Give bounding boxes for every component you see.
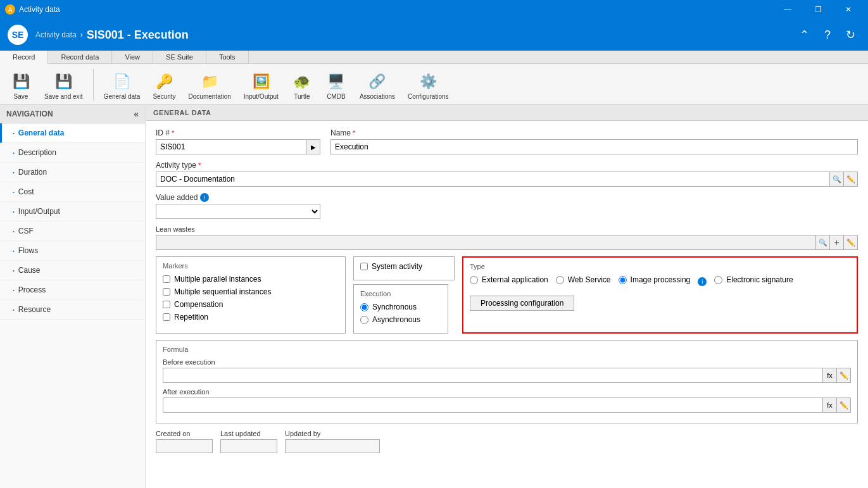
sidebar-item-duration[interactable]: • Duration bbox=[0, 163, 145, 182]
system-activity-label: System activity bbox=[372, 262, 422, 271]
last-updated-label: Last updated bbox=[220, 430, 277, 437]
value-added-info-icon[interactable]: i bbox=[200, 193, 209, 202]
asynchronous-radio[interactable] bbox=[360, 316, 368, 324]
image-processing-label: Image processing bbox=[631, 275, 691, 284]
sidebar-label-process: Process bbox=[18, 285, 46, 294]
id-arrow-button[interactable]: ▶ bbox=[306, 139, 320, 154]
activity-type-label: Activity type * bbox=[156, 161, 858, 170]
lean-wastes-search-button[interactable]: 🔍 bbox=[815, 235, 829, 249]
external-app-radio[interactable] bbox=[470, 276, 478, 284]
checkbox-row-multiple-parallel: Multiple parallel instances bbox=[163, 275, 339, 284]
before-execution-fx-button[interactable]: fx bbox=[822, 368, 836, 382]
title-bar-controls: — ❐ ✕ bbox=[773, 0, 863, 19]
minimize-button[interactable]: — bbox=[773, 0, 802, 19]
sidebar-item-resource[interactable]: • Resource bbox=[0, 300, 145, 320]
id-input[interactable] bbox=[156, 139, 306, 154]
security-icon: 🔑 bbox=[154, 72, 175, 92]
ribbon-content: 💾 Save 💾 Save and exit 📄 General data 🔑 … bbox=[0, 64, 868, 104]
sidebar-item-cost[interactable]: • Cost bbox=[0, 182, 145, 202]
lean-wastes-input[interactable] bbox=[156, 235, 815, 249]
after-execution-edit-button[interactable]: ✏️ bbox=[836, 398, 850, 412]
before-execution-row: Before execution fx ✏️ bbox=[163, 358, 851, 383]
sidebar-item-description[interactable]: • Description bbox=[0, 143, 145, 163]
configurations-label: Configurations bbox=[408, 93, 448, 101]
type-section: Type External application Web Service bbox=[462, 256, 858, 334]
after-execution-input[interactable] bbox=[163, 398, 822, 412]
save-exit-button[interactable]: 💾 Save and exit bbox=[39, 69, 88, 103]
system-activity-section: System activity bbox=[353, 256, 455, 280]
turtle-button[interactable]: 🐢 Turtle bbox=[286, 69, 318, 103]
tab-record-data[interactable]: Record data bbox=[48, 51, 112, 63]
sidebar-item-process[interactable]: • Process bbox=[0, 280, 145, 300]
sidebar-item-general-data[interactable]: • General data bbox=[0, 123, 145, 143]
compensation-checkbox[interactable] bbox=[163, 301, 170, 308]
maximize-button[interactable]: ❐ bbox=[803, 0, 833, 19]
sidebar-label-resource: Resource bbox=[18, 305, 51, 314]
help-button[interactable]: ? bbox=[819, 25, 836, 44]
web-service-label: Web Service bbox=[568, 275, 611, 284]
created-on-field: Created on bbox=[156, 430, 213, 453]
breadcrumb-root[interactable]: Activity data bbox=[35, 30, 77, 39]
refresh-button[interactable]: ↻ bbox=[841, 25, 860, 44]
multiple-parallel-checkbox[interactable] bbox=[163, 275, 170, 283]
name-input[interactable] bbox=[330, 139, 858, 154]
activity-type-search-button[interactable]: 🔍 bbox=[829, 172, 843, 186]
sidebar-item-input-output[interactable]: • Input/Output bbox=[0, 202, 145, 222]
associations-button[interactable]: 🔗 Associations bbox=[355, 69, 400, 103]
tab-tools[interactable]: Tools bbox=[206, 51, 249, 63]
up-button[interactable]: ⌃ bbox=[795, 25, 814, 44]
system-execution-wrapper: System activity Execution Synchronous As… bbox=[353, 256, 455, 334]
lean-wastes-edit-button[interactable]: ✏️ bbox=[843, 235, 857, 249]
sidebar-item-cause[interactable]: • Cause bbox=[0, 261, 145, 280]
lean-wastes-add-button[interactable]: + bbox=[829, 235, 843, 249]
security-button[interactable]: 🔑 Security bbox=[148, 69, 180, 103]
sidebar-collapse-button[interactable]: « bbox=[134, 109, 139, 119]
multiple-sequential-label: Multiple sequential instances bbox=[174, 287, 271, 296]
sidebar-header: NAVIGATION « bbox=[0, 105, 145, 123]
general-data-button[interactable]: 📄 General data bbox=[99, 69, 146, 103]
documentation-button[interactable]: 📁 Documentation bbox=[184, 69, 236, 103]
value-added-select[interactable] bbox=[156, 204, 320, 219]
sidebar-label-cause: Cause bbox=[18, 266, 41, 275]
repetition-checkbox[interactable] bbox=[163, 313, 170, 321]
activity-type-row: Activity type * 🔍 ✏️ bbox=[156, 161, 858, 187]
before-execution-edit-button[interactable]: ✏️ bbox=[836, 368, 850, 382]
image-processing-info-icon[interactable]: i bbox=[698, 277, 707, 286]
save-icon: 💾 bbox=[11, 72, 31, 92]
markers-section: Markers Multiple parallel instances Mult… bbox=[156, 256, 346, 334]
lean-wastes-input-wrapper: 🔍 + ✏️ bbox=[156, 235, 858, 250]
synchronous-radio[interactable] bbox=[360, 303, 368, 311]
updated-by-label: Updated by bbox=[285, 430, 380, 437]
activity-type-input-wrapper: 🔍 ✏️ bbox=[156, 172, 858, 187]
tab-se-suite[interactable]: SE Suite bbox=[153, 51, 206, 63]
system-activity-checkbox[interactable] bbox=[360, 263, 368, 270]
activity-type-input[interactable] bbox=[156, 172, 829, 186]
web-service-radio[interactable] bbox=[556, 276, 564, 284]
sidebar-label-cost: Cost bbox=[18, 187, 34, 196]
sidebar-item-csf[interactable]: • CSF bbox=[0, 222, 145, 241]
tab-view[interactable]: View bbox=[112, 51, 153, 63]
processing-configuration-button[interactable]: Processing configuration bbox=[470, 296, 574, 311]
after-execution-label: After execution bbox=[163, 388, 851, 396]
configurations-button[interactable]: ⚙️ Configurations bbox=[403, 69, 453, 103]
activity-type-edit-button[interactable]: ✏️ bbox=[843, 172, 857, 186]
image-processing-radio[interactable] bbox=[619, 276, 627, 284]
save-button[interactable]: 💾 Save bbox=[5, 69, 37, 103]
input-output-icon: 🖼️ bbox=[251, 72, 271, 92]
multiple-sequential-checkbox[interactable] bbox=[163, 288, 170, 296]
bullet-icon: • bbox=[13, 189, 15, 195]
electronic-signature-radio[interactable] bbox=[714, 276, 722, 284]
before-execution-input[interactable] bbox=[163, 368, 822, 382]
sidebar-item-flows[interactable]: • Flows bbox=[0, 241, 145, 261]
sidebar-label-input-output: Input/Output bbox=[18, 207, 60, 216]
input-output-button[interactable]: 🖼️ Input/Output bbox=[239, 69, 284, 103]
after-execution-fx-button[interactable]: fx bbox=[822, 398, 836, 412]
formula-section: Formula Before execution fx ✏️ After exe… bbox=[156, 340, 858, 423]
updated-by-field: Updated by bbox=[285, 430, 380, 453]
cmdb-button[interactable]: 🖥️ CMDB bbox=[320, 69, 352, 103]
synchronous-label: Synchronous bbox=[372, 303, 417, 311]
tab-record[interactable]: Record bbox=[0, 51, 48, 64]
close-button[interactable]: ✕ bbox=[834, 0, 863, 19]
value-added-group: Value added i bbox=[156, 193, 320, 219]
turtle-label: Turtle bbox=[294, 93, 310, 101]
